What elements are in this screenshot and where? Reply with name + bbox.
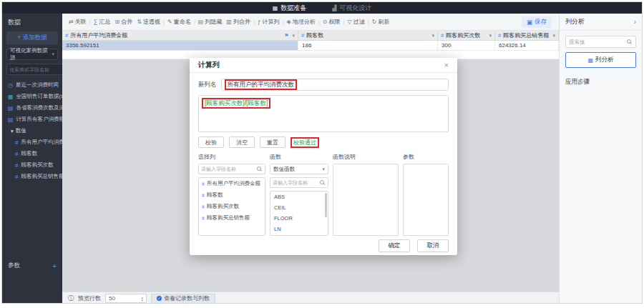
group-numeric-label: 数值 (16, 127, 26, 134)
field-list: #所有用户平均消费金额 #顾客数 #顾客购买次数 #顾客购买总销售额 (198, 177, 265, 236)
toolbar-item-hide-column[interactable]: ▤列隐藏 (196, 18, 225, 26)
preview-rows-label: 预览行数 (78, 294, 101, 302)
table-row: 3356.592151 186 300 624326.14 (62, 41, 559, 51)
search-icon (627, 39, 633, 45)
number-field-icon: # (15, 174, 18, 180)
view-record-count-button[interactable]: ✓ 查看记录数与列数 (151, 294, 215, 304)
function-item-abs[interactable]: ABS (270, 192, 328, 202)
column-menu-caret-icon[interactable]: ▾ (292, 33, 295, 39)
hide-column-icon: ▤ (198, 19, 204, 25)
geo-icon: ◈ (286, 19, 291, 25)
sidebar-field-avg-consume[interactable]: # 所有用户平均消费... (2, 136, 62, 148)
number-field-icon: # (15, 139, 18, 146)
new-column-name-input[interactable]: 所有用户的平均消费次数 (221, 79, 449, 91)
function-item-ln[interactable]: LN (270, 224, 328, 234)
cell-avg-consume-amount[interactable]: 3356.592151 (62, 41, 298, 50)
function-label: 函数 (270, 153, 328, 161)
formula-icon: ƒ (258, 19, 260, 25)
chevron-down-icon: ▾ (52, 51, 54, 57)
column-menu-caret-icon[interactable]: ▾ (489, 33, 492, 39)
save-button[interactable]: ▣ 保存 (522, 16, 552, 28)
unpivot-icon: ⇅ (137, 19, 142, 25)
column-header-avg-consume-amount[interactable]: # 所有用户平均消费金额 ⚑ ▾ (62, 31, 298, 40)
clock-icon: ◷ (8, 82, 13, 89)
formula-field-2: [顾客数] (246, 99, 268, 106)
sidebar-item-last-consume-time[interactable]: ◷ 最近一次消费时间 (2, 79, 62, 91)
chevron-down-icon: ▾ (11, 128, 14, 134)
formula-editor[interactable]: [顾客购买次数]/[顾客数] (198, 95, 449, 132)
cell-total-sales[interactable]: 624326.14 (495, 41, 559, 50)
select-column-label: 选择列 (198, 153, 265, 161)
column-menu-caret-icon[interactable]: ▾ (431, 33, 434, 39)
toolbar-item-merge-column[interactable]: ▥列合并 (224, 18, 253, 26)
annotation-box-formula: [顾客购买次数]/[顾客数] (202, 98, 270, 109)
field-item-avg-consume-amount[interactable]: #所有用户平均消费金额 (199, 178, 265, 189)
field-search-input[interactable] (201, 167, 255, 172)
panel-title: 列分析 (565, 17, 585, 26)
reset-button[interactable]: 重置 (260, 136, 286, 148)
scrollbar-thumb[interactable] (325, 193, 327, 217)
table-icon: ▦ (8, 94, 14, 100)
validate-button[interactable]: 校验 (198, 136, 224, 148)
field-item-purchase-count[interactable]: #顾客购买次数 (199, 201, 265, 212)
column-header-purchase-count[interactable]: # 顾客购买次数 ▾ (438, 31, 495, 40)
sidebar-item-calc-customer-consume[interactable]: ▤ 计算所有客户消费额... (2, 114, 62, 125)
cell-purchase-count[interactable]: 300 (438, 41, 495, 50)
toolbar-item-filter[interactable]: ▽过滤 (346, 18, 367, 26)
sidebar-title: 数据 (2, 14, 62, 30)
clear-button[interactable]: 清空 (229, 136, 255, 148)
function-search[interactable] (270, 177, 328, 188)
toolbar-item-geo-analysis[interactable]: ◈地理分析 (284, 18, 317, 26)
function-item-ceil[interactable]: CEIL (270, 202, 328, 213)
stepper-arrows-icon[interactable]: ▴▾ (141, 296, 143, 302)
panel-search-input[interactable] (569, 39, 625, 45)
info-icon: ⓘ (68, 294, 74, 302)
field-item-customer-count[interactable]: #顾客数 (199, 189, 265, 201)
toolbar-item-refresh[interactable]: ↻刷新 (370, 18, 392, 26)
tab-data-preparation[interactable]: ▦ 数据准备 (273, 4, 307, 13)
field-item-total-sales[interactable]: #顾客购买总销售额 (199, 212, 265, 224)
function-category-select[interactable]: 数值函数 ▾ (270, 164, 328, 174)
panel-search[interactable] (565, 36, 636, 48)
toolbar-item-relate[interactable]: ⇄关联 (67, 18, 89, 26)
column-header-total-sales[interactable]: # 顾客购买总销售额 ▾ (495, 31, 559, 40)
toolbar-item-summarize[interactable]: ∑汇总 (92, 18, 113, 26)
sidebar-item-province-consume[interactable]: ▤ 各省客消费次数及消... (2, 102, 62, 114)
toolbar-item-calc-column[interactable]: ƒ计算列 (255, 18, 281, 26)
toolbar-item-merge[interactable]: ⊞合并 (112, 18, 135, 26)
data-source-select[interactable]: 可视化案例数据源 ▾ (6, 49, 58, 60)
cancel-button[interactable]: 取消 (417, 239, 449, 252)
function-search-input[interactable] (273, 180, 318, 185)
add-param-button[interactable]: + (52, 262, 57, 270)
add-data-button[interactable]: + 添加数据 (6, 31, 58, 44)
tab-visualization-design[interactable]: ▟ 可视化设计 (332, 4, 371, 13)
collapse-arrow-icon[interactable]: › (634, 18, 636, 26)
table-list: ◷ 最近一次消费时间 ▦ 全国销售订单数据(se... ▤ 各省客消费次数及消.… (2, 79, 62, 182)
number-field-icon: # (15, 162, 18, 169)
toolbar-item-rename[interactable]: ✎重命名 (165, 18, 193, 26)
sidebar-field-total-sales[interactable]: # 顾客购买总销售额 (2, 171, 62, 182)
funnel-icon: ▽ (348, 19, 352, 25)
column-flag-icon: ⚑ (284, 33, 288, 39)
number-field-icon: # (498, 32, 501, 39)
preview-rows-stepper[interactable]: 50 ▴▾ (105, 294, 147, 303)
validation-passed-status: 校验通过 (293, 139, 316, 146)
ok-button[interactable]: 确定 (379, 239, 410, 252)
cell-customer-count[interactable]: 186 (298, 41, 438, 50)
data-sidebar: 数据 + 添加数据 可视化案例数据源 ▾ ▤ ◷ 最近一次消费时间 ▦ (2, 14, 62, 304)
column-header-customer-count[interactable]: # 顾客数 ▾ (298, 31, 438, 40)
toolbar-item-permission[interactable]: ⊙权限 (321, 18, 343, 26)
function-item-floor[interactable]: FLOOR (270, 213, 328, 224)
field-search[interactable] (198, 164, 265, 174)
parameters-box (403, 164, 449, 236)
close-icon[interactable]: × (444, 61, 449, 69)
toolbar-item-unpivot[interactable]: ⇅逆透视 (135, 18, 162, 26)
group-numeric[interactable]: ▾ 数值 (2, 125, 62, 136)
sidebar-field-customer-count[interactable]: # 顾客数 (2, 148, 62, 159)
chevron-down-icon: ▾ (322, 167, 325, 172)
sidebar-item-national-sales-orders[interactable]: ▦ 全国销售订单数据(se... (2, 91, 62, 102)
column-menu-caret-icon[interactable]: ▾ (552, 33, 555, 39)
column-analysis-button[interactable]: ▦ 列分析 (565, 52, 636, 68)
sidebar-field-purchase-count[interactable]: # 顾客购买次数 (2, 159, 62, 171)
relate-icon: ⇄ (69, 19, 74, 25)
